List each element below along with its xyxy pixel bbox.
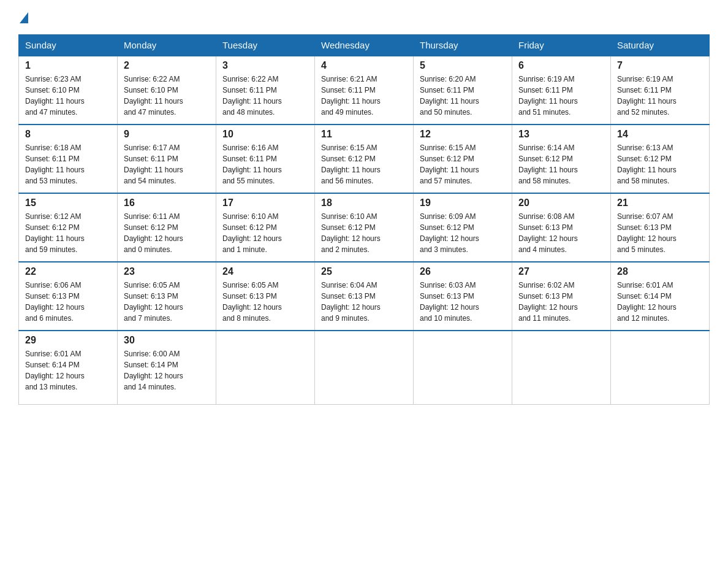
calendar-header-saturday: Saturday: [611, 35, 710, 56]
calendar-header-friday: Friday: [512, 35, 611, 56]
day-info: Sunrise: 6:22 AMSunset: 6:11 PMDaylight:…: [222, 74, 308, 118]
day-info: Sunrise: 6:11 AMSunset: 6:12 PMDaylight:…: [124, 211, 210, 255]
day-info: Sunrise: 6:15 AMSunset: 6:12 PMDaylight:…: [420, 142, 506, 186]
day-info: Sunrise: 6:01 AMSunset: 6:14 PMDaylight:…: [25, 348, 111, 393]
calendar-cell: 9 Sunrise: 6:17 AMSunset: 6:11 PMDayligh…: [118, 124, 216, 193]
day-info: Sunrise: 6:16 AMSunset: 6:11 PMDaylight:…: [222, 142, 308, 186]
logo-triangle-icon: [20, 12, 28, 23]
calendar-cell: 10 Sunrise: 6:16 AMSunset: 6:11 PMDaylig…: [216, 124, 315, 193]
day-number: 5: [420, 60, 506, 71]
calendar-cell: 30 Sunrise: 6:00 AMSunset: 6:14 PMDaylig…: [118, 331, 216, 404]
calendar-cell: [216, 331, 315, 404]
calendar-cell: 27 Sunrise: 6:02 AMSunset: 6:13 PMDaylig…: [512, 262, 611, 331]
calendar-header-wednesday: Wednesday: [315, 35, 414, 56]
calendar-cell: 17 Sunrise: 6:10 AMSunset: 6:12 PMDaylig…: [216, 193, 315, 262]
day-number: 1: [25, 60, 111, 71]
calendar-header-monday: Monday: [118, 35, 216, 56]
calendar-cell: [414, 331, 512, 404]
day-number: 22: [25, 266, 111, 277]
calendar-cell: 23 Sunrise: 6:05 AMSunset: 6:13 PMDaylig…: [118, 262, 216, 331]
day-info: Sunrise: 6:05 AMSunset: 6:13 PMDaylight:…: [124, 280, 210, 324]
day-info: Sunrise: 6:00 AMSunset: 6:14 PMDaylight:…: [124, 348, 210, 393]
day-number: 25: [321, 266, 407, 277]
day-info: Sunrise: 6:18 AMSunset: 6:11 PMDaylight:…: [25, 142, 111, 186]
calendar-header-sunday: Sunday: [19, 35, 118, 56]
calendar-week-row-1: 1 Sunrise: 6:23 AMSunset: 6:10 PMDayligh…: [19, 56, 710, 124]
day-number: 14: [617, 129, 703, 140]
day-info: Sunrise: 6:21 AMSunset: 6:11 PMDaylight:…: [321, 74, 407, 118]
day-info: Sunrise: 6:14 AMSunset: 6:12 PMDaylight:…: [518, 142, 604, 186]
day-number: 27: [518, 266, 604, 277]
calendar-cell: 13 Sunrise: 6:14 AMSunset: 6:12 PMDaylig…: [512, 124, 611, 193]
day-number: 10: [222, 129, 308, 140]
calendar-cell: [611, 331, 710, 404]
day-number: 28: [617, 266, 703, 277]
day-number: 9: [124, 129, 210, 140]
day-info: Sunrise: 6:08 AMSunset: 6:13 PMDaylight:…: [518, 211, 604, 255]
day-number: 30: [124, 335, 210, 346]
day-number: 26: [420, 266, 506, 277]
calendar-week-row-3: 15 Sunrise: 6:12 AMSunset: 6:12 PMDaylig…: [19, 193, 710, 262]
day-info: Sunrise: 6:19 AMSunset: 6:11 PMDaylight:…: [617, 74, 703, 118]
day-number: 4: [321, 60, 407, 71]
day-number: 18: [321, 197, 407, 209]
day-info: Sunrise: 6:22 AMSunset: 6:10 PMDaylight:…: [124, 74, 210, 118]
logo: [18, 12, 28, 25]
calendar-cell: 8 Sunrise: 6:18 AMSunset: 6:11 PMDayligh…: [19, 124, 118, 193]
calendar-table: SundayMondayTuesdayWednesdayThursdayFrid…: [18, 34, 710, 405]
day-info: Sunrise: 6:04 AMSunset: 6:13 PMDaylight:…: [321, 280, 407, 324]
calendar-cell: 4 Sunrise: 6:21 AMSunset: 6:11 PMDayligh…: [315, 56, 414, 124]
calendar-cell: 29 Sunrise: 6:01 AMSunset: 6:14 PMDaylig…: [19, 331, 118, 404]
day-info: Sunrise: 6:23 AMSunset: 6:10 PMDaylight:…: [25, 74, 111, 118]
day-info: Sunrise: 6:20 AMSunset: 6:11 PMDaylight:…: [420, 74, 506, 118]
day-info: Sunrise: 6:10 AMSunset: 6:12 PMDaylight:…: [222, 211, 308, 255]
calendar-cell: 1 Sunrise: 6:23 AMSunset: 6:10 PMDayligh…: [19, 56, 118, 124]
calendar-cell: 26 Sunrise: 6:03 AMSunset: 6:13 PMDaylig…: [414, 262, 512, 331]
day-info: Sunrise: 6:15 AMSunset: 6:12 PMDaylight:…: [321, 142, 407, 186]
calendar-cell: 12 Sunrise: 6:15 AMSunset: 6:12 PMDaylig…: [414, 124, 512, 193]
calendar-cell: 7 Sunrise: 6:19 AMSunset: 6:11 PMDayligh…: [611, 56, 710, 124]
calendar-cell: 5 Sunrise: 6:20 AMSunset: 6:11 PMDayligh…: [414, 56, 512, 124]
day-number: 19: [420, 197, 506, 209]
calendar-week-row-2: 8 Sunrise: 6:18 AMSunset: 6:11 PMDayligh…: [19, 124, 710, 193]
day-number: 3: [222, 60, 308, 71]
calendar-cell: 21 Sunrise: 6:07 AMSunset: 6:13 PMDaylig…: [611, 193, 710, 262]
day-info: Sunrise: 6:19 AMSunset: 6:11 PMDaylight:…: [518, 74, 604, 118]
calendar-cell: 2 Sunrise: 6:22 AMSunset: 6:10 PMDayligh…: [118, 56, 216, 124]
day-number: 7: [617, 60, 703, 71]
calendar-cell: 20 Sunrise: 6:08 AMSunset: 6:13 PMDaylig…: [512, 193, 611, 262]
day-number: 24: [222, 266, 308, 277]
day-info: Sunrise: 6:01 AMSunset: 6:14 PMDaylight:…: [617, 280, 703, 324]
calendar-week-row-4: 22 Sunrise: 6:06 AMSunset: 6:13 PMDaylig…: [19, 262, 710, 331]
page-header: [18, 12, 710, 25]
day-number: 20: [518, 197, 604, 209]
day-number: 15: [25, 197, 111, 209]
calendar-cell: 25 Sunrise: 6:04 AMSunset: 6:13 PMDaylig…: [315, 262, 414, 331]
day-number: 12: [420, 129, 506, 140]
day-number: 17: [222, 197, 308, 209]
day-info: Sunrise: 6:06 AMSunset: 6:13 PMDaylight:…: [25, 280, 111, 324]
day-info: Sunrise: 6:17 AMSunset: 6:11 PMDaylight:…: [124, 142, 210, 186]
calendar-header-tuesday: Tuesday: [216, 35, 315, 56]
calendar-cell: 24 Sunrise: 6:05 AMSunset: 6:13 PMDaylig…: [216, 262, 315, 331]
day-info: Sunrise: 6:13 AMSunset: 6:12 PMDaylight:…: [617, 142, 703, 186]
day-info: Sunrise: 6:10 AMSunset: 6:12 PMDaylight:…: [321, 211, 407, 255]
day-number: 8: [25, 129, 111, 140]
day-info: Sunrise: 6:09 AMSunset: 6:12 PMDaylight:…: [420, 211, 506, 255]
day-number: 13: [518, 129, 604, 140]
calendar-cell: 22 Sunrise: 6:06 AMSunset: 6:13 PMDaylig…: [19, 262, 118, 331]
calendar-cell: 3 Sunrise: 6:22 AMSunset: 6:11 PMDayligh…: [216, 56, 315, 124]
day-number: 6: [518, 60, 604, 71]
calendar-cell: 16 Sunrise: 6:11 AMSunset: 6:12 PMDaylig…: [118, 193, 216, 262]
calendar-week-row-5: 29 Sunrise: 6:01 AMSunset: 6:14 PMDaylig…: [19, 331, 710, 404]
day-number: 29: [25, 335, 111, 346]
day-number: 21: [617, 197, 703, 209]
calendar-cell: 14 Sunrise: 6:13 AMSunset: 6:12 PMDaylig…: [611, 124, 710, 193]
day-info: Sunrise: 6:05 AMSunset: 6:13 PMDaylight:…: [222, 280, 308, 324]
calendar-cell: 11 Sunrise: 6:15 AMSunset: 6:12 PMDaylig…: [315, 124, 414, 193]
day-number: 23: [124, 266, 210, 277]
day-info: Sunrise: 6:02 AMSunset: 6:13 PMDaylight:…: [518, 280, 604, 324]
calendar-header-row: SundayMondayTuesdayWednesdayThursdayFrid…: [19, 35, 710, 56]
day-info: Sunrise: 6:12 AMSunset: 6:12 PMDaylight:…: [25, 211, 111, 255]
calendar-cell: [315, 331, 414, 404]
